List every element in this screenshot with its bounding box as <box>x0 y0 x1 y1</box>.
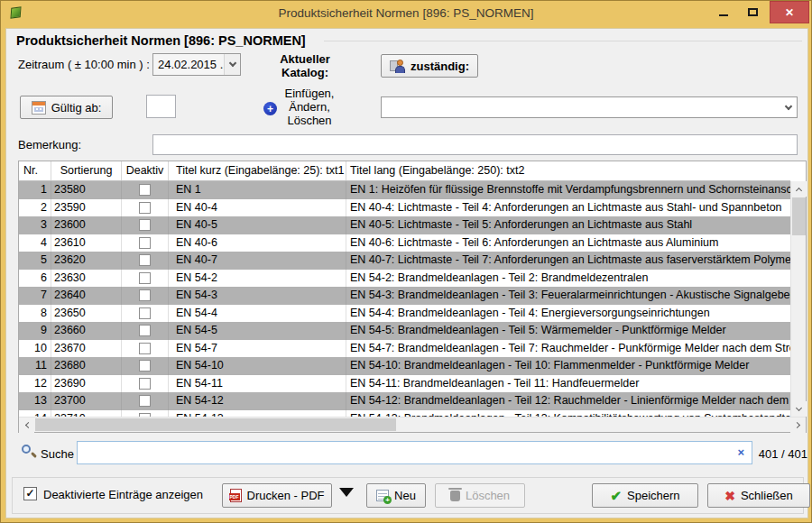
chevron-down-icon[interactable] <box>224 54 240 75</box>
deaktiv-checkbox[interactable] <box>139 360 151 372</box>
scroll-left-button[interactable] <box>19 417 34 433</box>
scroll-down-button[interactable] <box>791 401 807 417</box>
new-record-icon: + <box>376 490 389 501</box>
table-row[interactable]: 1423710EN 54-13EN 54-13: Brandmeldeanlag… <box>19 410 790 417</box>
new-button[interactable]: + Neu <box>366 483 426 508</box>
katalog-combobox[interactable] <box>381 96 798 118</box>
table-row[interactable]: 823650EN 54-4EN 54-4: Brandmeldeanlagen … <box>19 305 790 323</box>
cell-titel-kurz: EN 54-4 <box>169 305 346 323</box>
table-row[interactable]: 1323700EN 54-12EN 54-12: Brandmeldeanlag… <box>19 392 790 410</box>
deaktiv-checkbox[interactable] <box>139 395 151 407</box>
deaktiv-checkbox[interactable] <box>139 254 151 266</box>
horizontal-scrollbar[interactable] <box>19 417 806 432</box>
col-header-titel-kurz[interactable]: Titel kurz (Eingabelänge: 25): txt1 <box>169 161 346 180</box>
table-row[interactable]: 1223690EN 54-11EN 54-11: Brandmeldeanlag… <box>19 375 790 393</box>
vertical-scrollbar[interactable] <box>790 181 806 417</box>
cell-titel-kurz: EN 40-4 <box>169 199 346 217</box>
clear-search-icon[interactable]: × <box>737 445 744 459</box>
actions-label-line2: Ändern, <box>278 100 341 114</box>
cell-sortierung: 23640 <box>51 287 122 305</box>
col-header-nr[interactable]: Nr. <box>19 161 51 180</box>
aktueller-katalog-label-line1: Aktueller <box>269 52 341 66</box>
cell-titel-kurz: EN 54-13 <box>169 410 346 417</box>
plus-icon: + <box>263 102 277 115</box>
app-window: Produktsicherheit Normen [896: PS_NORMEN… <box>0 0 812 523</box>
title-bar[interactable]: Produktsicherheit Normen [896: PS_NORMEN… <box>1 1 811 28</box>
show-deactivated-checkbox[interactable]: ✓ <box>23 487 37 500</box>
delete-button-label: Löschen <box>466 489 510 502</box>
scroll-up-button[interactable] <box>791 181 807 197</box>
zeitraum-label: Zeitraum ( ± 10:00 min ) : <box>18 58 150 71</box>
minimize-button[interactable] <box>710 1 737 23</box>
table-row[interactable]: 1023670EN 54-7EN 54-7: Brandmeldeanlagen… <box>19 340 790 358</box>
cell-deaktiv <box>122 340 169 358</box>
table-body: 123580EN 1EN 1: Heizöfen für flüssige Br… <box>19 181 790 417</box>
deaktiv-checkbox[interactable] <box>139 307 151 319</box>
zustaendig-button[interactable]: zuständig: <box>381 54 478 78</box>
cell-deaktiv <box>122 234 169 252</box>
pdf-icon <box>230 489 242 502</box>
table-row[interactable]: 623630EN 54-2EN 54-2: Brandmeldeanlagen … <box>19 270 790 288</box>
print-pdf-button[interactable]: Drucken - PDF <box>222 483 332 508</box>
table-row[interactable]: 723640EN 54-3EN 54-3: Brandmeldeanlagen … <box>19 287 790 305</box>
bemerkung-field[interactable] <box>152 134 798 155</box>
deaktiv-checkbox[interactable] <box>139 289 151 301</box>
table-row[interactable]: 923660EN 54-5EN 54-5: Brandmeldeanlagen … <box>19 322 790 340</box>
cell-nr: 12 <box>19 375 51 393</box>
gueltig-ab-button[interactable]: Gültig ab: <box>20 96 113 119</box>
red-x-icon: ✖ <box>724 489 735 503</box>
cell-sortierung: 23590 <box>51 199 122 217</box>
cell-titel-lang: EN 40-7: Lichtmaste - Teil 7: Anforderun… <box>346 252 790 270</box>
deaktiv-checkbox[interactable] <box>139 378 151 390</box>
minimize-icon <box>719 14 728 16</box>
cell-titel-lang: EN 40-6: Lichtmaste - Teil 6: Anforderun… <box>346 234 790 252</box>
maximize-icon <box>748 8 758 16</box>
table-row[interactable]: 423610EN 40-6EN 40-6: Lichtmaste - Teil … <box>19 234 790 252</box>
col-header-titel-lang[interactable]: Titel lang (Eingabelänge: 250): txt2 <box>346 161 790 180</box>
cell-titel-lang: EN 54-10: Brandmeldeanlagen - Teil 10: F… <box>346 357 790 375</box>
delete-button[interactable]: Löschen <box>435 483 525 508</box>
cell-titel-lang: EN 40-5: Lichtmaste - Teil 5: Anforderun… <box>346 216 790 234</box>
zeitraum-combobox[interactable]: 24.02.2015 ... <box>152 53 241 76</box>
cell-nr: 13 <box>19 392 51 410</box>
table-row[interactable]: 223590EN 40-4EN 40-4: Lichtmaste - Teil … <box>19 199 790 217</box>
cell-titel-lang: EN 54-3: Brandmeldeanlagen - Teil 3: Feu… <box>346 287 790 305</box>
deaktiv-checkbox[interactable] <box>139 325 151 336</box>
col-header-sortierung[interactable]: Sortierung <box>51 161 122 180</box>
actions-label-line1: Einfügen, <box>278 87 341 100</box>
cell-titel-lang: EN 54-7: Brandmeldeanlagen - Teil 7: Rau… <box>346 340 790 358</box>
trash-icon <box>450 491 460 501</box>
cell-nr: 7 <box>19 287 51 305</box>
deaktiv-checkbox[interactable] <box>139 219 151 231</box>
gueltig-ab-field[interactable] <box>146 95 176 118</box>
table-row[interactable]: 123580EN 1EN 1: Heizöfen für flüssige Br… <box>19 181 790 199</box>
save-button[interactable]: ✔ Speichern <box>592 483 698 508</box>
cell-nr: 10 <box>19 340 51 358</box>
cell-nr: 11 <box>19 357 51 375</box>
close-window-button[interactable]: ✕ <box>770 1 809 23</box>
cell-deaktiv <box>122 375 169 393</box>
cell-titel-lang: EN 54-12: Brandmeldeanlagen - Teil 12: R… <box>346 392 790 410</box>
search-icon <box>21 444 37 460</box>
deaktiv-checkbox[interactable] <box>139 272 151 284</box>
print-options-dropdown[interactable] <box>339 488 354 497</box>
table-row[interactable]: 323600EN 40-5EN 40-5: Lichtmaste - Teil … <box>19 216 790 234</box>
cell-nr: 4 <box>19 234 51 252</box>
vertical-scrollbar-thumb[interactable] <box>792 197 806 235</box>
cell-sortierung: 23700 <box>51 392 122 410</box>
deaktiv-checkbox[interactable] <box>139 202 151 214</box>
col-header-deaktiv[interactable]: Deaktiv <box>122 161 169 180</box>
deaktiv-checkbox[interactable] <box>139 184 151 196</box>
deaktiv-checkbox[interactable] <box>139 343 151 354</box>
horizontal-scrollbar-thumb[interactable] <box>35 418 396 431</box>
scroll-right-button[interactable] <box>790 417 806 433</box>
table-row[interactable]: 523620EN 40-7EN 40-7: Lichtmaste - Teil … <box>19 252 790 270</box>
close-button[interactable]: ✖ Schließen <box>707 483 810 508</box>
maximize-button[interactable] <box>739 1 766 23</box>
chevron-down-icon[interactable] <box>780 97 797 117</box>
deaktiv-checkbox[interactable] <box>139 237 151 249</box>
table-row[interactable]: 1123680EN 54-10EN 54-10: Brandmeldeanlag… <box>19 357 790 375</box>
cell-deaktiv <box>122 287 169 305</box>
new-button-label: Neu <box>394 489 416 502</box>
search-input[interactable]: × <box>77 441 752 464</box>
